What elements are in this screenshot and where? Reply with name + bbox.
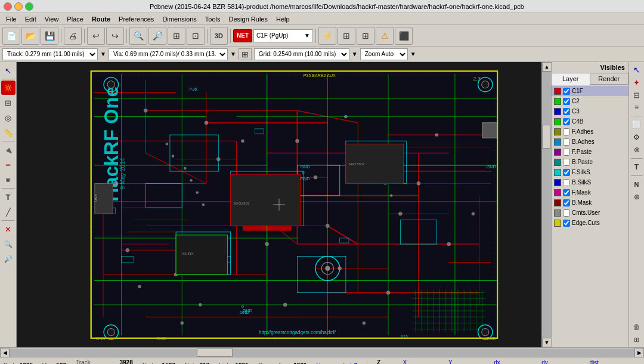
tb-ratsnest-btn[interactable]: ⚡	[318, 27, 336, 45]
rt-cross-btn[interactable]: ⊕	[631, 192, 642, 202]
scroll-thumb[interactable]	[542, 125, 550, 149]
track-select[interactable]: Track: 0.279 mm (11.00 mils)	[2, 48, 98, 60]
lt-delete-btn[interactable]: ✕	[1, 222, 16, 236]
lt-highlight-btn[interactable]: 🔆	[1, 81, 16, 95]
lt-zoom-out-btn[interactable]: 🔎	[1, 252, 16, 266]
via-select[interactable]: Via: 0.69 mm (27.0 mils)/ 0.33 mm (13.0 …	[109, 48, 228, 60]
tb-zoom-sel-btn[interactable]: ⊡	[187, 27, 205, 45]
menu-help[interactable]: Help	[273, 15, 293, 23]
scroll-right-btn[interactable]: ▶	[634, 348, 644, 357]
tab-render[interactable]: Render	[590, 73, 629, 84]
layer-item-b-silks[interactable]: B.SilkS	[552, 177, 628, 187]
lt-add-track-btn[interactable]: ═	[1, 158, 16, 172]
rt-settings-btn[interactable]: ⚙	[631, 132, 642, 143]
layer-check-B.Adhes[interactable]	[563, 138, 570, 146]
layer-check-F.SilkS[interactable]	[563, 169, 570, 176]
tab-layer[interactable]: Layer	[552, 73, 590, 85]
tb-open-btn[interactable]: 📂	[21, 27, 39, 45]
layer-item-edge-cuts[interactable]: Edge.Cuts	[552, 218, 628, 228]
close-button[interactable]	[4, 2, 12, 11]
layer-item-c3[interactable]: C3	[552, 106, 628, 116]
rt-text-btn[interactable]: T	[631, 162, 642, 172]
layer-check-Edge.Cuts[interactable]	[563, 220, 570, 227]
rt-drc-btn[interactable]: ⊗	[631, 144, 642, 155]
maximize-button[interactable]	[25, 2, 33, 11]
menu-view[interactable]: View	[41, 15, 63, 23]
rt-highlight-btn[interactable]: ✦	[631, 77, 642, 88]
grid-icon-btn[interactable]: ⊞	[239, 48, 252, 60]
menu-dimensions[interactable]: Dimensions	[159, 15, 200, 23]
layer-check-B.SilkS[interactable]	[563, 179, 570, 186]
rt-zoom-btn[interactable]: ⊞	[631, 334, 642, 345]
tb-warn-btn[interactable]: ⚠	[376, 27, 394, 45]
minimize-button[interactable]	[14, 2, 23, 11]
tb-undo-btn[interactable]: ↩	[87, 27, 105, 45]
menu-edit[interactable]: Edit	[21, 15, 40, 23]
lt-add-line-btn[interactable]: ╱	[1, 205, 16, 219]
menu-file[interactable]: File	[2, 15, 20, 23]
lt-select-btn[interactable]: ↖	[1, 63, 16, 78]
tb-zoom-out-btn[interactable]: 🔎	[148, 27, 166, 45]
horizontal-scrollbar[interactable]: ◀ ▶	[0, 347, 644, 357]
rt-add-module-btn[interactable]: ⬜	[631, 119, 642, 130]
scroll-up-btn[interactable]: ▲	[542, 62, 552, 72]
layer-item-f-mask[interactable]: F.Mask	[552, 187, 628, 198]
rt-delete-btn[interactable]: 🗑	[631, 322, 642, 332]
pcb-canvas-area[interactable]: HackRF One 9 May 2014 GND GND GND GND GN…	[17, 62, 541, 347]
layer-check-C4B[interactable]	[563, 118, 570, 125]
layer-check-F.Adhes[interactable]	[563, 128, 570, 135]
layer-check-C1F[interactable]	[563, 88, 570, 95]
tb-save-btn[interactable]: 💾	[41, 27, 58, 45]
tb-3d-btn[interactable]: 3D	[210, 27, 228, 45]
rt-north-btn[interactable]: N	[631, 179, 642, 190]
lt-add-via-btn[interactable]: ⊗	[1, 172, 16, 187]
tb-redo-btn[interactable]: ↪	[106, 27, 124, 45]
tb-print-btn[interactable]: 🖨	[64, 27, 82, 45]
layer-check-B.Mask[interactable]	[563, 199, 570, 206]
rt-route-btn[interactable]: ⊟	[631, 90, 642, 100]
layer-item-f-adhes[interactable]: F.Adhes	[552, 127, 628, 137]
lt-zoom-in-btn[interactable]: 🔍	[1, 237, 16, 251]
h-scroll-track[interactable]	[10, 348, 634, 357]
scroll-down-btn[interactable]: ▼	[542, 338, 552, 347]
layer-check-B.Paste[interactable]	[563, 159, 570, 166]
layer-check-C3[interactable]	[563, 108, 570, 115]
lt-meas-btn[interactable]: 📏	[1, 125, 16, 140]
tb-zoom-in-btn[interactable]: 🔍	[129, 27, 147, 45]
menu-tools[interactable]: Tools	[202, 15, 224, 23]
layer-item-c2[interactable]: C2	[552, 96, 628, 106]
tb-zoom-fit-btn[interactable]: ⊞	[168, 27, 185, 45]
h-scroll-thumb[interactable]	[197, 348, 233, 357]
menu-preferences[interactable]: Preferences	[115, 15, 157, 23]
menu-design-rules[interactable]: Design Rules	[225, 15, 271, 23]
layer-item-f-paste[interactable]: F.Paste	[552, 147, 628, 157]
grid-select[interactable]: Grid: 0.2540 mm (10.00 mils)	[254, 48, 349, 60]
tb-new-btn[interactable]: 📄	[2, 27, 20, 45]
net-highlight-btn[interactable]: NET	[233, 29, 252, 42]
lt-origin-btn[interactable]: ◎	[1, 110, 16, 125]
net-selector[interactable]: C1F (PgUp) ▼	[253, 29, 313, 42]
pcb-svg[interactable]: HackRF One 9 May 2014 GND GND GND GND GN…	[17, 62, 541, 347]
scroll-left-btn[interactable]: ◀	[0, 348, 10, 357]
lt-grid-btn[interactable]: ⊞	[1, 95, 16, 110]
layer-item-b-paste[interactable]: B.Paste	[552, 157, 628, 167]
scroll-track[interactable]	[542, 72, 551, 338]
tb-calc-btn[interactable]: ⬛	[395, 27, 413, 45]
vertical-scrollbar[interactable]: ▲ ▼	[541, 62, 551, 347]
menu-place[interactable]: Place	[63, 15, 87, 23]
layer-item-c1f[interactable]: C1F	[552, 86, 628, 96]
layer-item-cmts-user[interactable]: Cmts.User	[552, 208, 628, 218]
menu-route[interactable]: Route	[88, 15, 114, 23]
zoom-select[interactable]: Zoom Auto	[360, 48, 408, 60]
lt-add-module-btn[interactable]: 🔌	[1, 143, 16, 157]
layer-check-C2[interactable]	[563, 98, 570, 105]
layer-item-b-adhes[interactable]: B.Adhes	[552, 137, 628, 147]
layer-check-F.Mask[interactable]	[563, 189, 570, 196]
tb-drc-btn[interactable]: ⊞	[338, 27, 355, 45]
rt-select-btn[interactable]: ↖	[631, 64, 642, 75]
tb-layers-btn[interactable]: ⊞	[357, 27, 374, 45]
rt-fan-btn[interactable]: ≡	[631, 102, 642, 113]
layer-check-Cmts.User[interactable]	[563, 209, 570, 217]
lt-add-text-btn[interactable]: T	[1, 190, 16, 204]
layer-item-f-silks[interactable]: F.SilkS	[552, 167, 628, 177]
